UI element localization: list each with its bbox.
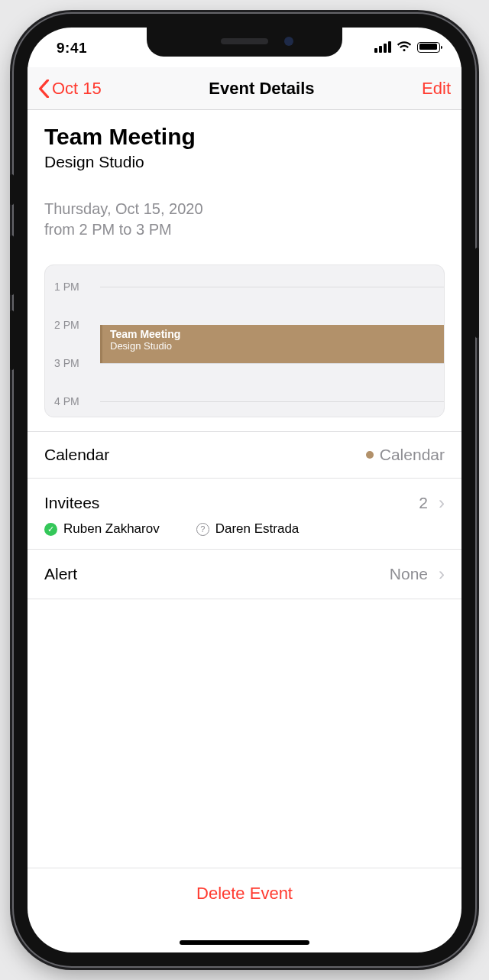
- nav-bar: Oct 15 Event Details Edit: [28, 67, 461, 110]
- timeline[interactable]: 1 PM 2 PM 3 PM 4 PM Team Meeting Design …: [44, 264, 445, 417]
- screen: 9:41 Oct 15 Event Details Edit Team Meet…: [28, 28, 461, 952]
- event-location: Design Studio: [44, 153, 445, 171]
- timeline-hour: 2 PM: [54, 319, 79, 331]
- page-title: Event Details: [209, 79, 314, 99]
- invitees-count: 2: [419, 494, 428, 512]
- chevron-right-icon: ›: [439, 492, 445, 514]
- battery-icon: [417, 42, 440, 53]
- back-button[interactable]: Oct 15: [38, 79, 102, 99]
- invitees-label: Invitees: [44, 494, 99, 512]
- event-datetime: Thursday, Oct 15, 2020 from 2 PM to 3 PM: [28, 177, 461, 240]
- content: Team Meeting Design Studio Thursday, Oct…: [28, 110, 461, 952]
- notch: [147, 28, 342, 57]
- timeline-hour: 4 PM: [54, 395, 79, 407]
- status-time: 9:41: [57, 40, 87, 57]
- invitee-item: ? Daren Estrada: [196, 521, 300, 537]
- power-button: [475, 248, 479, 338]
- timeline-hour: 1 PM: [54, 281, 79, 293]
- timeline-hour: 3 PM: [54, 357, 79, 369]
- calendar-dot-icon: [366, 451, 374, 459]
- timeline-event-sub: Design Studio: [110, 340, 436, 352]
- timeline-event-block[interactable]: Team Meeting Design Studio: [100, 325, 444, 363]
- invitees-summary: ✓ Ruben Zakharov ? Daren Estrada: [28, 521, 461, 550]
- invitee-item: ✓ Ruben Zakharov: [44, 521, 160, 537]
- check-circle-icon: ✓: [44, 523, 57, 536]
- chevron-right-icon: ›: [439, 563, 445, 585]
- vol-down: [10, 310, 14, 370]
- cellular-icon: [374, 41, 391, 53]
- silence-switch: [10, 174, 14, 205]
- chevron-left-icon: [38, 80, 50, 98]
- alert-value: None: [390, 565, 428, 583]
- delete-event-button[interactable]: Delete Event: [28, 868, 461, 919]
- alert-row[interactable]: Alert None ›: [28, 550, 461, 599]
- invitees-row[interactable]: Invitees 2 ›: [28, 479, 461, 527]
- invitee-name: Daren Estrada: [215, 521, 300, 537]
- device-frame: 9:41 Oct 15 Event Details Edit Team Meet…: [14, 14, 475, 966]
- vol-up: [10, 235, 14, 295]
- edit-button[interactable]: Edit: [422, 79, 451, 99]
- wifi-icon: [397, 41, 412, 53]
- invitee-name: Ruben Zakharov: [63, 521, 160, 537]
- detail-list: Calendar Calendar Invitees 2 › ✓: [28, 431, 461, 599]
- calendar-value: Calendar: [380, 446, 445, 464]
- home-indicator[interactable]: [180, 940, 309, 945]
- question-circle-icon: ?: [196, 523, 209, 536]
- timeline-event-title: Team Meeting: [110, 328, 436, 340]
- alert-label: Alert: [44, 565, 77, 583]
- event-time-line: from 2 PM to 3 PM: [44, 219, 445, 240]
- event-date-line: Thursday, Oct 15, 2020: [44, 199, 445, 219]
- status-indicators: [374, 41, 440, 53]
- event-title: Team Meeting: [44, 124, 445, 150]
- calendar-label: Calendar: [44, 446, 109, 464]
- back-label: Oct 15: [52, 79, 102, 99]
- event-header: Team Meeting Design Studio: [28, 110, 461, 177]
- calendar-row[interactable]: Calendar Calendar: [28, 431, 461, 479]
